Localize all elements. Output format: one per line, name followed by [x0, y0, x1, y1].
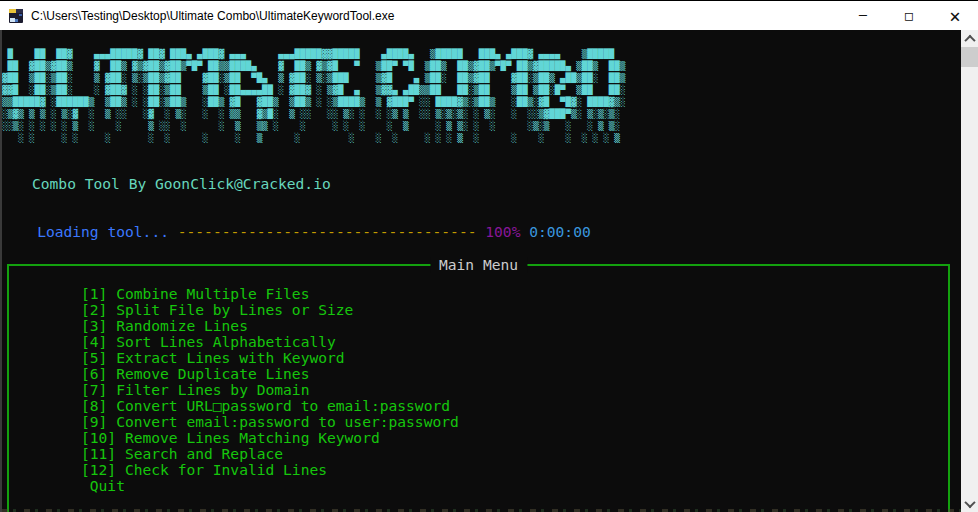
maximize-button[interactable]: □: [886, 1, 932, 30]
scrollbar[interactable]: [961, 30, 978, 512]
scroll-up-icon: [964, 34, 975, 45]
menu-item-2: [2] Split File by Lines or Size: [81, 302, 948, 318]
menu-item-3: [3] Randomize Lines: [81, 318, 948, 334]
minimize-button[interactable]: ─: [840, 1, 886, 30]
banner-line: █ ██ ██▓ ▄▄▄█████▓ ██▓ ███▄ ▄███▓ ▄▄▄ ▄▄…: [2, 48, 961, 60]
window-title: C:\Users\Testing\Desktop\Ultimate Combo\…: [31, 9, 840, 23]
tagline: Combo Tool By GoonClick@Cracked.io: [32, 176, 961, 192]
menu-item-1: [1] Combine Multiple Files: [81, 286, 948, 302]
menu-list: [1] Combine Multiple Files [2] Split Fil…: [9, 266, 948, 494]
menu-item-10: [10] Remove Lines Matching Keyword: [81, 430, 948, 446]
menu-item-12: [12] Check for Invalid Lines: [81, 462, 948, 478]
progress-dashes: ----------------------------------: [178, 223, 477, 240]
menu-item-5: [5] Extract Lines with Keyword: [81, 350, 948, 366]
close-button[interactable]: ×: [932, 1, 978, 30]
app-icon: [8, 8, 24, 24]
title-bar[interactable]: C:\Users\Testing\Desktop\Ultimate Combo\…: [0, 0, 978, 30]
scroll-up-button[interactable]: [961, 30, 978, 47]
elapsed-time: 0:00:00: [520, 223, 590, 240]
banner-line: ░▒▓▒ ▒ ▒ ░ ▒░▓ ░ ▒ ░░ ░▓ ░ ▒░ ░ ░ ▒▒ ▓▒█…: [2, 108, 961, 120]
menu-item-9: [9] Convert email:password to user:passw…: [81, 414, 948, 430]
scroll-down-icon: [964, 496, 975, 507]
banner-line: ▒▒█████▓ ░██████▒ ▒██▒ ░ ░██░▒██▒ ░██▒ ▓…: [2, 96, 961, 108]
banner-line: ▓██ ▒██░▒██░ ▒ ▓██░ ▒░▒██▒▓██ ▓██░▒██ ▀█…: [2, 72, 961, 84]
banner-line: ░ ░ ░ ░ ░ ░ ░ ░ ░ ▒ ░ ░ ░ ░ ░ ░ ░ ▒ ░ ░ …: [2, 132, 961, 144]
progress-percent: 100%: [476, 223, 520, 240]
menu-item-7: [7] Filter Lines by Domain: [81, 382, 948, 398]
banner-line: ░░▒░ ░ ░ ░ ░ ▒ ░ ░ ▒ ░░ ░ ░ ▒ ▒▒ ░ ░ ░ ░…: [2, 120, 961, 132]
main-menu-title: Main Menu: [430, 257, 527, 273]
menu-item-quit: Quit: [81, 478, 948, 494]
main-menu-box: Main Menu [1] Combine Multiple Files [2]…: [7, 264, 950, 512]
banner-line: ██ ▓██▒▓██▒ ▓ ██▒ ▓▒▓██▒▓██▒▀█▀ ██▒▒████…: [2, 60, 961, 72]
console-output: █ ██ ██▓ ▄▄▄█████▓ ██▓ ███▄ ▄███▓ ▄▄▄ ▄▄…: [0, 30, 961, 512]
menu-item-6: [6] Remove Duplicate Lines: [81, 366, 948, 382]
scroll-thumb[interactable]: [961, 47, 978, 67]
menu-item-4: [4] Sort Lines Alphabetically: [81, 334, 948, 350]
loading-line: Loading tool... ------------------------…: [2, 208, 961, 256]
loading-label: Loading tool...: [37, 223, 178, 240]
ascii-banner: █ ██ ██▓ ▄▄▄█████▓ ██▓ ███▄ ▄███▓ ▄▄▄ ▄▄…: [2, 48, 961, 144]
menu-item-8: [8] Convert URL□password to email:passwo…: [81, 398, 948, 414]
banner-line: ▓▓█ ░██░▒██░ ░ ▓██▓ ░ ░██░▒██ ▒██ ░██▄▄▄…: [2, 84, 961, 96]
menu-item-11: [11] Search and Replace: [81, 446, 948, 462]
scroll-down-button[interactable]: [961, 495, 978, 512]
